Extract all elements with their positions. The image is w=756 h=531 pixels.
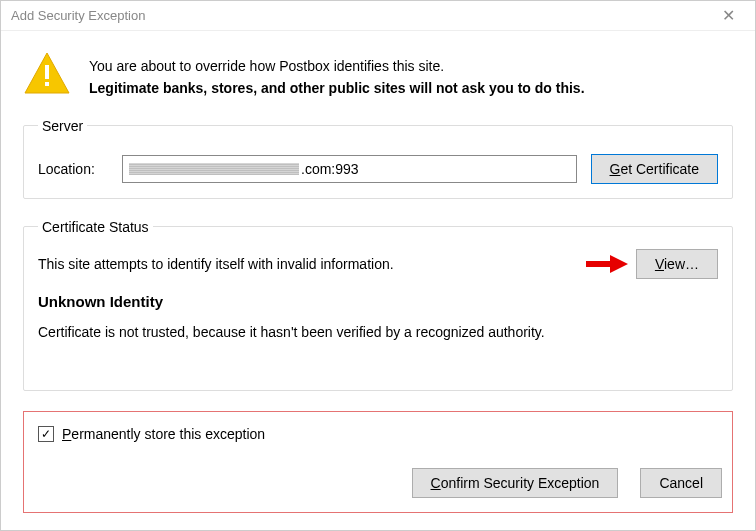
cancel-button[interactable]: Cancel [640, 468, 722, 498]
svg-marker-3 [586, 255, 628, 273]
cert-detail: Certificate is not trusted, because it h… [38, 324, 718, 340]
permanent-checkbox[interactable]: ✓ [38, 426, 54, 442]
perm-label-rest: ermanently store this exception [71, 426, 265, 442]
titlebar: Add Security Exception ✕ [1, 1, 755, 31]
cert-legend: Certificate Status [38, 219, 153, 235]
dialog-content: You are about to override how Postbox id… [1, 31, 755, 531]
server-fieldset: Server Location: .com:993 Get Certificat… [23, 118, 733, 199]
certificate-status-fieldset: Certificate Status This site attempts to… [23, 219, 733, 391]
intro-text: You are about to override how Postbox id… [89, 49, 585, 100]
intro-line2: Legitimate banks, stores, and other publ… [89, 77, 585, 99]
intro-line1: You are about to override how Postbox id… [89, 55, 585, 77]
arrow-icon [586, 253, 628, 275]
view-button[interactable]: View… [636, 249, 718, 279]
location-suffix: .com:993 [301, 161, 359, 177]
window-title: Add Security Exception [11, 8, 145, 23]
get-certificate-button[interactable]: Get Certificate [591, 154, 718, 184]
permanent-checkbox-row[interactable]: ✓ Permanently store this exception [38, 426, 718, 442]
cert-headline: Unknown Identity [38, 293, 718, 310]
svg-rect-2 [45, 82, 49, 86]
redacted-host [129, 163, 299, 175]
server-legend: Server [38, 118, 87, 134]
intro-row: You are about to override how Postbox id… [23, 49, 733, 100]
view-rest: iew… [664, 256, 699, 272]
location-input[interactable]: .com:993 [122, 155, 577, 183]
warning-icon [23, 49, 71, 97]
permanent-label: Permanently store this exception [62, 426, 265, 442]
cert-attempt-text: This site attempts to identify itself wi… [38, 253, 394, 275]
dialog-window: Add Security Exception ✕ You are about t… [0, 0, 756, 531]
svg-rect-1 [45, 65, 49, 79]
location-label: Location: [38, 161, 108, 177]
confirm-button[interactable]: Confirm Security Exception [412, 468, 619, 498]
close-icon[interactable]: ✕ [712, 2, 745, 29]
confirm-rest: onfirm Security Exception [441, 475, 600, 491]
footer-box: ✓ Permanently store this exception Confi… [23, 411, 733, 513]
get-certificate-rest: et Certificate [620, 161, 699, 177]
